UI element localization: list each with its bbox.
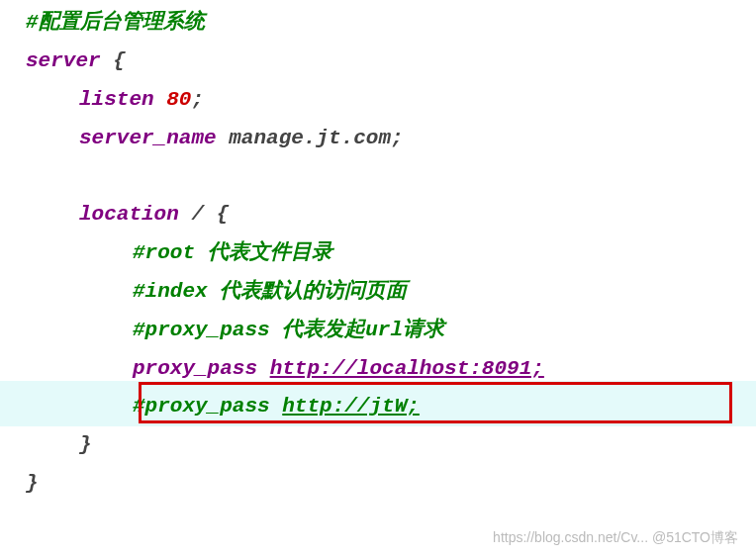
blank-line [26,157,756,196]
code-line: } [26,465,756,504]
semicolon: ; [191,88,204,111]
code-line: proxy_pass http://localhost:8091; [26,350,756,389]
keyword-location: location [79,203,191,226]
code-line: listen 80; [26,81,756,120]
brace-close: } [26,472,39,495]
comment-text: #proxy_pass 代表发起url请求 [133,319,444,341]
comment-proxy-pass: #proxy_pass [133,395,282,418]
code-line: location / { [26,196,756,234]
comment-text: #配置后台管理系统 [26,11,205,34]
proxy-url: http://localhost:8091; [270,357,544,380]
code-line: server { [26,43,756,81]
location-path: / { [191,203,229,226]
proxy-url-commented: http://jtW; [282,395,420,418]
keyword-listen: listen [79,88,166,111]
code-line: } [26,426,756,465]
brace-open: { [101,49,126,72]
port-number: 80 [166,88,191,111]
code-line: #proxy_pass http://jtW; [26,388,756,426]
keyword-proxy-pass: proxy_pass [133,357,270,380]
keyword-server: server [26,49,101,72]
brace-close: } [79,433,92,456]
code-line: server_name manage.jt.com; [26,120,756,158]
code-line: #proxy_pass 代表发起url请求 [26,312,756,350]
code-line: #配置后台管理系统 [26,4,756,43]
code-line: #root 代表文件目录 [26,234,756,273]
code-line: #index 代表默认的访问页面 [26,273,756,312]
watermark-text: https://blog.csdn.net/Cv... @51CTO博客 [493,525,738,551]
server-name-value: manage.jt.com; [229,127,403,149]
comment-text: #root 代表文件目录 [133,241,332,264]
comment-text: #index 代表默认的访问页面 [133,280,407,303]
keyword-server-name: server_name [79,127,229,149]
